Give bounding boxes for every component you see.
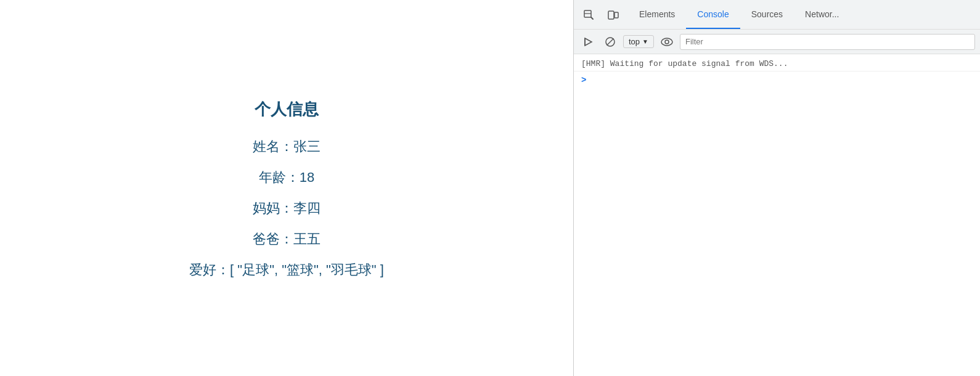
hobbies-field: 爱好：[ "足球", "篮球", "羽毛球" ] bbox=[189, 261, 384, 279]
context-selector[interactable]: top ▼ bbox=[623, 35, 654, 48]
age-label: 年龄： bbox=[259, 170, 300, 185]
dad-field: 爸爸：王五 bbox=[253, 230, 321, 248]
console-prompt-line[interactable]: > bbox=[574, 72, 980, 89]
inspect-element-icon[interactable] bbox=[578, 4, 600, 26]
main-content: 个人信息 姓名：张三 年龄：18 妈妈：李四 爸爸：王五 爱好：[ "足球", … bbox=[0, 0, 573, 376]
svg-point-9 bbox=[661, 38, 672, 46]
svg-marker-5 bbox=[585, 38, 592, 46]
svg-rect-4 bbox=[615, 12, 618, 18]
prompt-chevron-icon[interactable]: > bbox=[581, 75, 586, 85]
hobbies-label: 爱好： bbox=[189, 262, 230, 277]
svg-line-8 bbox=[607, 38, 614, 45]
age-field: 年龄：18 bbox=[259, 168, 314, 187]
dad-label: 爸爸： bbox=[253, 231, 293, 247]
mom-label: 妈妈： bbox=[253, 200, 293, 216]
mom-field: 妈妈：李四 bbox=[253, 199, 321, 218]
name-field: 姓名：张三 bbox=[253, 137, 321, 156]
console-message-hmr: [HMR] Waiting for update signal from WDS… bbox=[574, 57, 980, 72]
devtools-tabs: Elements Console Sources Networ... bbox=[628, 0, 850, 29]
svg-point-10 bbox=[665, 40, 669, 44]
run-script-icon[interactable] bbox=[579, 33, 597, 51]
name-label: 姓名： bbox=[253, 139, 293, 154]
svg-line-1 bbox=[591, 17, 593, 19]
mom-value: 李四 bbox=[293, 200, 321, 216]
page-title: 个人信息 bbox=[255, 99, 319, 120]
filter-input[interactable] bbox=[680, 34, 975, 50]
eye-icon[interactable] bbox=[658, 33, 676, 51]
tab-sources[interactable]: Sources bbox=[740, 0, 794, 29]
hmr-message-text: [HMR] Waiting for update signal from WDS… bbox=[581, 59, 788, 68]
console-toolbar: top ▼ bbox=[574, 30, 980, 54]
svg-rect-3 bbox=[608, 11, 614, 19]
tab-elements[interactable]: Elements bbox=[628, 0, 686, 29]
dad-value: 王五 bbox=[293, 231, 321, 247]
devtools-panel: Elements Console Sources Networ... bbox=[573, 0, 980, 376]
block-icon[interactable] bbox=[601, 33, 619, 51]
age-value: 18 bbox=[300, 170, 314, 185]
tab-network[interactable]: Networ... bbox=[794, 0, 850, 29]
device-toolbar-icon[interactable] bbox=[602, 4, 624, 26]
top-label: top bbox=[629, 37, 640, 46]
hobbies-value: [ "足球", "篮球", "羽毛球" ] bbox=[230, 262, 384, 277]
dropdown-arrow-icon: ▼ bbox=[642, 38, 648, 45]
console-output: [HMR] Waiting for update signal from WDS… bbox=[574, 54, 980, 376]
tab-console[interactable]: Console bbox=[686, 0, 740, 29]
devtools-top-toolbar: Elements Console Sources Networ... bbox=[574, 0, 980, 30]
name-value: 张三 bbox=[293, 139, 321, 154]
